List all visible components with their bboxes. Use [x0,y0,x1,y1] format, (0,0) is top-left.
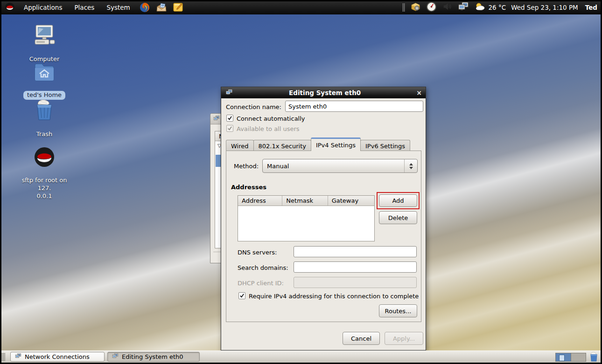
network-monitors-icon[interactable] [457,1,469,14]
add-button-highlight: Add [377,192,420,209]
network-window-icon [225,89,233,97]
delete-button[interactable]: Delete [379,211,417,224]
panel-menus: Applications Places System [0,0,186,14]
column-netmask[interactable]: Netmask [282,196,328,206]
cancel-button[interactable]: Cancel [343,332,380,345]
method-label: Method: [234,163,259,170]
addresses-heading: Addresses [231,184,266,191]
top-panel: Applications Places System [0,0,602,14]
tab-wired[interactable]: Wired [226,140,254,151]
desktop-label: ted's Home [23,91,65,100]
taskbar-window-label: Editing System eth0 [122,353,183,360]
tab-ipv4-settings[interactable]: IPv4 Settings [311,137,361,151]
home-folder-icon [16,62,72,82]
tray-handle [402,3,405,12]
user-menu[interactable]: Ted [585,4,597,11]
firefox-icon[interactable] [139,2,150,13]
available-to-all-users-label: Available to all users [237,125,300,132]
taskbar-editing-system-eth0[interactable]: Editing System eth0 [107,352,200,362]
workspace-2[interactable] [571,353,586,361]
editing-system-eth0-dialog: Editing System eth0 × Connection name: C… [221,87,426,350]
panel-tray: 26 °C Wed Sep 23, 1:10 PM Ted [402,0,602,14]
desktop-icon-trash[interactable]: Trash [16,99,72,138]
sftp-redhat-icon [16,146,72,168]
connect-automatically-label[interactable]: Connect automatically [237,115,305,122]
gauge-icon[interactable] [426,1,437,14]
network-window-icon [14,353,22,361]
dns-servers-input[interactable] [294,246,417,257]
method-value: Manual [267,163,289,170]
taskbar-window-label: Network Connections [25,353,90,360]
trash-applet-icon[interactable] [589,352,599,364]
routes-button[interactable]: Routes... [379,304,417,317]
taskbar-network-connections[interactable]: Network Connections [10,352,105,362]
close-icon[interactable]: × [416,89,422,96]
dialog-titlebar[interactable]: Editing System eth0 × [221,87,426,98]
desktop-label: Trash [36,130,52,138]
dns-servers-label: DNS servers: [238,249,277,256]
desktop-label: 0.0.1 [36,192,52,200]
volume-icon[interactable] [442,1,452,13]
updates-icon[interactable] [410,1,421,14]
desktop-icon-computer[interactable]: Computer [16,24,72,63]
column-address[interactable]: Address [238,196,282,206]
addresses-table[interactable]: Address Netmask Gateway [238,195,375,241]
connect-automatically-checkbox[interactable] [226,115,233,122]
computer-icon [16,24,72,47]
require-ipv4-label[interactable]: Require IPv4 addressing for this connect… [249,293,419,300]
window-list-grip[interactable] [1,353,5,361]
apply-button: Apply... [385,332,423,345]
tab-8021x-security[interactable]: 802.1x Security [253,140,311,151]
desktop-label: sftp for root on 127. [16,177,72,192]
connection-name-input[interactable] [285,101,423,112]
search-domains-input[interactable] [294,261,417,273]
column-gateway[interactable]: Gateway [328,196,374,206]
network-window-icon [213,115,220,123]
addresses-table-header: Address Netmask Gateway [238,196,374,206]
clock[interactable]: Wed Sep 23, 1:10 PM [511,4,578,11]
trash-desktop-icon [16,99,72,122]
spinner-icon [404,159,417,172]
dialog-tabs: Wired 802.1x Security IPv4 Settings IPv6… [226,137,410,151]
method-dropdown[interactable]: Manual [262,159,418,173]
workspace-1[interactable] [556,353,571,361]
connection-name-label: Connection name: [226,103,281,110]
notes-icon[interactable] [173,2,183,13]
temperature[interactable]: 26 °C [488,4,506,11]
tab-ipv6-settings[interactable]: IPv6 Settings [360,140,410,151]
available-to-all-users-checkbox [226,125,233,132]
bottom-taskbar: Network Connections Editing System eth0 [0,350,602,363]
weather-icon[interactable] [475,2,486,13]
network-window-icon [112,353,119,361]
desktop-icon-sftp[interactable]: sftp for root on 127. 0.0.1 [16,146,72,200]
dialog-title: Editing System eth0 [233,89,416,96]
dhcp-client-id-input [294,277,417,288]
add-button[interactable]: Add [379,194,417,207]
screen: Applications Places System [0,0,602,364]
redhat-menu-icon[interactable] [5,2,15,13]
menu-applications[interactable]: Applications [18,0,68,14]
ipv4-settings-panel: Method: Manual Addresses Address Netmask… [226,151,421,322]
mail-icon[interactable] [156,2,167,13]
desktop-icon-home[interactable]: ted's Home [16,62,72,100]
menu-system[interactable]: System [100,0,136,14]
dhcp-client-id-label: DHCP client ID: [238,280,284,287]
search-domains-label: Search domains: [238,264,288,271]
require-ipv4-checkbox[interactable] [238,292,245,299]
menu-places[interactable]: Places [68,0,100,14]
workspace-switcher[interactable] [555,353,586,362]
